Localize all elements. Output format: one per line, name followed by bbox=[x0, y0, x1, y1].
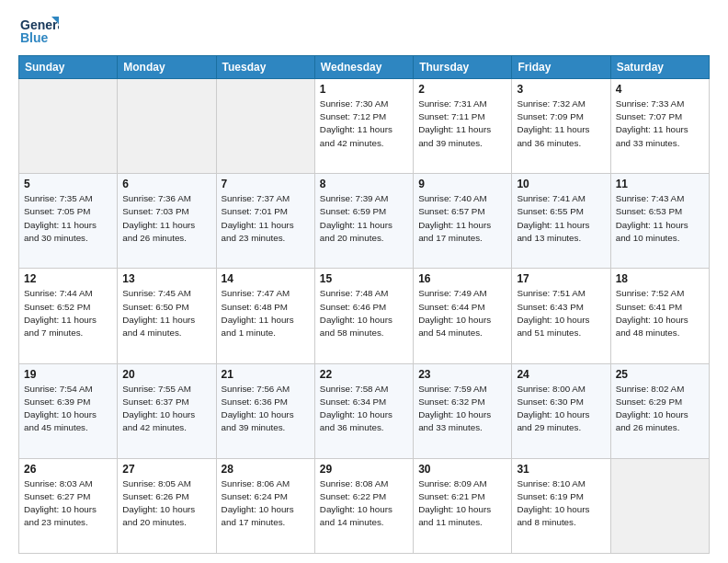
calendar-cell: 27Sunrise: 8:05 AM Sunset: 6:26 PM Dayli… bbox=[118, 458, 216, 553]
day-number: 27 bbox=[122, 463, 210, 476]
day-info: Sunrise: 8:08 AM Sunset: 6:22 PM Dayligh… bbox=[320, 477, 408, 530]
day-info: Sunrise: 7:36 AM Sunset: 7:03 PM Dayligh… bbox=[122, 192, 210, 245]
day-number: 29 bbox=[320, 463, 408, 476]
logo-svg: General Blue bbox=[18, 15, 59, 48]
day-number: 11 bbox=[616, 178, 704, 190]
calendar-cell: 14Sunrise: 7:47 AM Sunset: 6:48 PM Dayli… bbox=[216, 269, 314, 363]
calendar-cell: 5Sunrise: 7:35 AM Sunset: 7:05 PM Daylig… bbox=[19, 174, 118, 269]
calendar-cell bbox=[610, 458, 709, 553]
day-info: Sunrise: 7:32 AM Sunset: 7:09 PM Dayligh… bbox=[517, 98, 605, 150]
day-info: Sunrise: 7:44 AM Sunset: 6:52 PM Dayligh… bbox=[24, 287, 112, 339]
day-number: 23 bbox=[418, 368, 506, 381]
day-info: Sunrise: 7:43 AM Sunset: 6:53 PM Dayligh… bbox=[616, 192, 704, 245]
calendar-cell bbox=[19, 79, 118, 174]
calendar-cell: 19Sunrise: 7:54 AM Sunset: 6:39 PM Dayli… bbox=[19, 363, 118, 458]
day-number: 8 bbox=[320, 178, 408, 190]
weekday-row: SundayMondayTuesdayWednesdayThursdayFrid… bbox=[19, 56, 710, 79]
calendar-cell: 25Sunrise: 8:02 AM Sunset: 6:29 PM Dayli… bbox=[610, 363, 709, 458]
day-info: Sunrise: 7:30 AM Sunset: 7:12 PM Dayligh… bbox=[320, 98, 408, 150]
calendar-cell: 10Sunrise: 7:41 AM Sunset: 6:55 PM Dayli… bbox=[512, 174, 610, 269]
day-info: Sunrise: 7:59 AM Sunset: 6:32 PM Dayligh… bbox=[418, 383, 506, 435]
day-number: 5 bbox=[24, 178, 112, 190]
day-number: 19 bbox=[24, 368, 112, 381]
day-info: Sunrise: 8:02 AM Sunset: 6:29 PM Dayligh… bbox=[616, 383, 704, 435]
day-number: 4 bbox=[616, 83, 704, 96]
calendar-cell: 16Sunrise: 7:49 AM Sunset: 6:44 PM Dayli… bbox=[414, 269, 512, 363]
day-number: 20 bbox=[122, 368, 210, 381]
calendar-body: 1Sunrise: 7:30 AM Sunset: 7:12 PM Daylig… bbox=[19, 79, 710, 554]
weekday-header-sunday: Sunday bbox=[19, 56, 118, 79]
calendar-cell: 24Sunrise: 8:00 AM Sunset: 6:30 PM Dayli… bbox=[512, 363, 610, 458]
day-info: Sunrise: 7:39 AM Sunset: 6:59 PM Dayligh… bbox=[320, 192, 408, 245]
calendar-cell: 31Sunrise: 8:10 AM Sunset: 6:19 PM Dayli… bbox=[512, 458, 610, 553]
day-info: Sunrise: 8:06 AM Sunset: 6:24 PM Dayligh… bbox=[222, 477, 310, 530]
day-number: 26 bbox=[24, 463, 112, 476]
week-row-1: 1Sunrise: 7:30 AM Sunset: 7:12 PM Daylig… bbox=[19, 79, 710, 174]
calendar-cell: 11Sunrise: 7:43 AM Sunset: 6:53 PM Dayli… bbox=[610, 174, 709, 269]
calendar-cell: 13Sunrise: 7:45 AM Sunset: 6:50 PM Dayli… bbox=[118, 269, 216, 363]
day-info: Sunrise: 7:58 AM Sunset: 6:34 PM Dayligh… bbox=[320, 383, 408, 435]
calendar-cell bbox=[216, 79, 314, 174]
day-number: 16 bbox=[418, 272, 506, 285]
day-number: 25 bbox=[616, 368, 704, 381]
day-number: 17 bbox=[517, 272, 605, 285]
week-row-5: 26Sunrise: 8:03 AM Sunset: 6:27 PM Dayli… bbox=[19, 458, 710, 553]
calendar-cell: 1Sunrise: 7:30 AM Sunset: 7:12 PM Daylig… bbox=[314, 79, 413, 174]
day-info: Sunrise: 7:49 AM Sunset: 6:44 PM Dayligh… bbox=[418, 287, 506, 339]
day-info: Sunrise: 7:55 AM Sunset: 6:37 PM Dayligh… bbox=[122, 383, 210, 435]
calendar-cell: 23Sunrise: 7:59 AM Sunset: 6:32 PM Dayli… bbox=[414, 363, 512, 458]
calendar-cell: 9Sunrise: 7:40 AM Sunset: 6:57 PM Daylig… bbox=[414, 174, 512, 269]
day-number: 15 bbox=[320, 272, 408, 285]
weekday-header-wednesday: Wednesday bbox=[314, 56, 413, 79]
week-row-4: 19Sunrise: 7:54 AM Sunset: 6:39 PM Dayli… bbox=[19, 363, 710, 458]
calendar-cell: 22Sunrise: 7:58 AM Sunset: 6:34 PM Dayli… bbox=[314, 363, 413, 458]
calendar-header: SundayMondayTuesdayWednesdayThursdayFrid… bbox=[19, 56, 710, 79]
day-info: Sunrise: 7:47 AM Sunset: 6:48 PM Dayligh… bbox=[222, 287, 310, 339]
day-number: 10 bbox=[517, 178, 605, 190]
calendar-cell: 28Sunrise: 8:06 AM Sunset: 6:24 PM Dayli… bbox=[216, 458, 314, 553]
calendar-cell: 21Sunrise: 7:56 AM Sunset: 6:36 PM Dayli… bbox=[216, 363, 314, 458]
day-info: Sunrise: 7:56 AM Sunset: 6:36 PM Dayligh… bbox=[222, 383, 310, 435]
day-info: Sunrise: 7:52 AM Sunset: 6:41 PM Dayligh… bbox=[616, 287, 704, 339]
day-number: 22 bbox=[320, 368, 408, 381]
day-info: Sunrise: 7:40 AM Sunset: 6:57 PM Dayligh… bbox=[418, 192, 506, 245]
calendar-cell: 15Sunrise: 7:48 AM Sunset: 6:46 PM Dayli… bbox=[314, 269, 413, 363]
weekday-header-tuesday: Tuesday bbox=[216, 56, 314, 79]
calendar-cell: 12Sunrise: 7:44 AM Sunset: 6:52 PM Dayli… bbox=[19, 269, 118, 363]
day-info: Sunrise: 7:35 AM Sunset: 7:05 PM Dayligh… bbox=[24, 192, 112, 245]
header: General Blue bbox=[18, 15, 710, 48]
day-info: Sunrise: 7:37 AM Sunset: 7:01 PM Dayligh… bbox=[222, 192, 310, 245]
calendar-cell: 3Sunrise: 7:32 AM Sunset: 7:09 PM Daylig… bbox=[512, 79, 610, 174]
day-info: Sunrise: 7:54 AM Sunset: 6:39 PM Dayligh… bbox=[24, 383, 112, 435]
day-info: Sunrise: 7:31 AM Sunset: 7:11 PM Dayligh… bbox=[418, 98, 506, 150]
day-number: 1 bbox=[320, 83, 408, 96]
day-number: 13 bbox=[122, 272, 210, 285]
calendar-cell: 2Sunrise: 7:31 AM Sunset: 7:11 PM Daylig… bbox=[414, 79, 512, 174]
day-info: Sunrise: 8:05 AM Sunset: 6:26 PM Dayligh… bbox=[122, 477, 210, 530]
day-info: Sunrise: 8:10 AM Sunset: 6:19 PM Dayligh… bbox=[517, 477, 605, 530]
day-number: 7 bbox=[222, 178, 310, 190]
day-number: 14 bbox=[222, 272, 310, 285]
weekday-header-monday: Monday bbox=[118, 56, 216, 79]
calendar-cell: 18Sunrise: 7:52 AM Sunset: 6:41 PM Dayli… bbox=[610, 269, 709, 363]
calendar-cell: 30Sunrise: 8:09 AM Sunset: 6:21 PM Dayli… bbox=[414, 458, 512, 553]
weekday-header-thursday: Thursday bbox=[414, 56, 512, 79]
day-number: 31 bbox=[517, 463, 605, 476]
day-number: 18 bbox=[616, 272, 704, 285]
calendar-cell: 7Sunrise: 7:37 AM Sunset: 7:01 PM Daylig… bbox=[216, 174, 314, 269]
day-number: 24 bbox=[517, 368, 605, 381]
calendar-cell: 8Sunrise: 7:39 AM Sunset: 6:59 PM Daylig… bbox=[314, 174, 413, 269]
day-info: Sunrise: 7:45 AM Sunset: 6:50 PM Dayligh… bbox=[122, 287, 210, 339]
week-row-3: 12Sunrise: 7:44 AM Sunset: 6:52 PM Dayli… bbox=[19, 269, 710, 363]
day-number: 28 bbox=[222, 463, 310, 476]
day-number: 6 bbox=[122, 178, 210, 190]
calendar-cell: 26Sunrise: 8:03 AM Sunset: 6:27 PM Dayli… bbox=[19, 458, 118, 553]
day-info: Sunrise: 7:41 AM Sunset: 6:55 PM Dayligh… bbox=[517, 192, 605, 245]
calendar-cell: 17Sunrise: 7:51 AM Sunset: 6:43 PM Dayli… bbox=[512, 269, 610, 363]
day-info: Sunrise: 8:03 AM Sunset: 6:27 PM Dayligh… bbox=[24, 477, 112, 530]
calendar: SundayMondayTuesdayWednesdayThursdayFrid… bbox=[18, 55, 710, 554]
day-number: 21 bbox=[222, 368, 310, 381]
day-info: Sunrise: 7:51 AM Sunset: 6:43 PM Dayligh… bbox=[517, 287, 605, 339]
day-info: Sunrise: 8:09 AM Sunset: 6:21 PM Dayligh… bbox=[418, 477, 506, 530]
day-number: 3 bbox=[517, 83, 605, 96]
